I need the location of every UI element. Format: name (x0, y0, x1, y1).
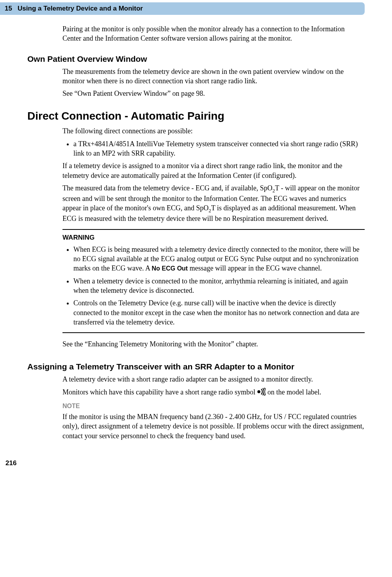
heading-own-patient-overview: Own Patient Overview Window (27, 54, 365, 64)
warning-rule-top (62, 229, 365, 230)
warning-bullets: When ECG is being measured with a teleme… (62, 245, 365, 327)
direct-after-bullet: If a telemetry device is assigned to a m… (62, 161, 365, 180)
see-enhancing-chapter: See the “Enhancing Telemetry Monitoring … (62, 339, 365, 349)
no-ecg-out-message: No ECG Out (151, 265, 187, 272)
warning-b1-b: message will appear in the ECG wave chan… (188, 264, 322, 272)
svg-point-0 (258, 390, 261, 393)
chapter-title: Using a Telemetry Device and a Monitor (18, 5, 143, 12)
warning-rule-bottom (62, 332, 365, 333)
assign-p2: Monitors which have this capability have… (62, 387, 365, 398)
chapter-header: 15 Using a Telemetry Device and a Monito… (0, 2, 365, 15)
short-range-radio-icon (257, 388, 265, 398)
chapter-number: 15 (5, 5, 12, 12)
heading-direct-connection: Direct Connection - Automatic Pairing (27, 110, 365, 122)
direct-bullet-1: a TRx+4841A/4851A IntelliVue Telemetry s… (73, 139, 365, 158)
page-number: 216 (0, 459, 392, 471)
warning-bullet-1: When ECG is being measured with a teleme… (73, 245, 365, 273)
direct-measured-data: The measured data from the telemetry dev… (62, 183, 365, 224)
assign-p1: A telemetry device with a short range ra… (62, 375, 365, 384)
note-body: If the monitor is using the MBAN frequen… (62, 412, 365, 441)
direct-lead: The following direct connections are pos… (62, 126, 365, 136)
note-label: NOTE (62, 403, 365, 410)
page-content: Pairing at the monitor is only possible … (0, 24, 392, 459)
intro-paragraph: Pairing at the monitor is only possible … (62, 24, 365, 43)
own-patient-p1: The measurements from the telemetry devi… (62, 67, 365, 86)
assign-p2b: on the model label. (267, 388, 321, 396)
warning-label: WARNING (62, 234, 365, 242)
warning-bullet-2: When a telemetry device is connected to … (73, 276, 365, 296)
assign-p2a: Monitors which have this capability have… (62, 388, 257, 396)
own-patient-p2: See “Own Patient Overview Window” on pag… (62, 89, 365, 98)
direct-p3-a: The measured data from the telemetry dev… (62, 184, 273, 192)
direct-bullets: a TRx+4841A/4851A IntelliVue Telemetry s… (62, 139, 365, 158)
heading-assigning-srr: Assigning a Telemetry Transceiver with a… (27, 362, 365, 371)
warning-bullet-3: Controls on the Telemetry Device (e.g. n… (73, 298, 365, 327)
